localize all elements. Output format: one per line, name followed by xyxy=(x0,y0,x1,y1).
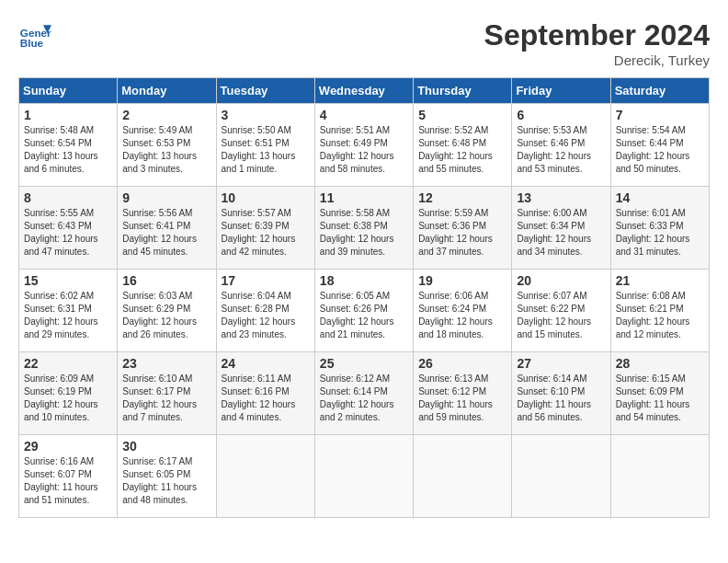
calendar-day-30: 30 Sunrise: 6:17 AMSunset: 6:05 PMDaylig… xyxy=(118,435,216,518)
day-info: Sunrise: 6:02 AMSunset: 6:31 PMDaylight:… xyxy=(24,291,98,339)
day-info: Sunrise: 6:03 AMSunset: 6:29 PMDaylight:… xyxy=(122,291,197,339)
logo: General Blue xyxy=(18,18,51,52)
day-info: Sunrise: 6:00 AMSunset: 6:34 PMDaylight:… xyxy=(517,208,591,257)
day-number: 8 xyxy=(24,190,112,205)
day-number: 21 xyxy=(616,273,704,288)
empty-cell xyxy=(610,435,709,518)
calendar-table: Sunday Monday Tuesday Wednesday Thursday… xyxy=(18,77,710,518)
calendar-day-28: 28 Sunrise: 6:15 AMSunset: 6:09 PMDaylig… xyxy=(610,352,709,435)
header-tuesday: Tuesday xyxy=(216,78,314,104)
day-info: Sunrise: 6:16 AMSunset: 6:07 PMDaylight:… xyxy=(24,456,98,505)
calendar-day-1: 1 Sunrise: 5:48 AMSunset: 6:54 PMDayligh… xyxy=(19,104,118,187)
page-header: General Blue September 2024 Derecik, Tur… xyxy=(18,18,710,68)
header-friday: Friday xyxy=(512,78,610,104)
day-number: 23 xyxy=(122,356,210,371)
day-info: Sunrise: 6:10 AMSunset: 6:17 PMDaylight:… xyxy=(122,373,197,422)
day-info: Sunrise: 5:50 AMSunset: 6:51 PMDaylight:… xyxy=(222,125,296,174)
day-info: Sunrise: 5:58 AMSunset: 6:38 PMDaylight:… xyxy=(320,208,394,257)
day-info: Sunrise: 6:12 AMSunset: 6:14 PMDaylight:… xyxy=(320,373,394,422)
day-info: Sunrise: 6:09 AMSunset: 6:19 PMDaylight:… xyxy=(24,373,98,422)
calendar-day-21: 21 Sunrise: 6:08 AMSunset: 6:21 PMDaylig… xyxy=(610,270,709,352)
calendar-day-23: 23 Sunrise: 6:10 AMSunset: 6:17 PMDaylig… xyxy=(118,352,216,435)
day-number: 28 xyxy=(616,356,704,371)
calendar-day-19: 19 Sunrise: 6:06 AMSunset: 6:24 PMDaylig… xyxy=(414,270,512,352)
calendar-day-6: 6 Sunrise: 5:53 AMSunset: 6:46 PMDayligh… xyxy=(512,104,610,187)
calendar-day-7: 7 Sunrise: 5:54 AMSunset: 6:44 PMDayligh… xyxy=(610,104,709,187)
day-info: Sunrise: 6:07 AMSunset: 6:22 PMDaylight:… xyxy=(517,291,591,339)
calendar-day-25: 25 Sunrise: 6:12 AMSunset: 6:14 PMDaylig… xyxy=(314,352,413,435)
day-info: Sunrise: 6:11 AMSunset: 6:16 PMDaylight:… xyxy=(222,373,296,422)
calendar-day-24: 24 Sunrise: 6:11 AMSunset: 6:16 PMDaylig… xyxy=(216,352,314,435)
calendar-week-0: 1 Sunrise: 5:48 AMSunset: 6:54 PMDayligh… xyxy=(19,104,710,187)
day-number: 3 xyxy=(222,108,310,122)
day-info: Sunrise: 6:13 AMSunset: 6:12 PMDaylight:… xyxy=(418,373,493,422)
day-info: Sunrise: 6:04 AMSunset: 6:28 PMDaylight:… xyxy=(222,291,296,339)
calendar-day-27: 27 Sunrise: 6:14 AMSunset: 6:10 PMDaylig… xyxy=(512,352,610,435)
calendar-day-4: 4 Sunrise: 5:51 AMSunset: 6:49 PMDayligh… xyxy=(314,104,413,187)
day-number: 22 xyxy=(24,356,112,371)
day-number: 14 xyxy=(616,190,704,205)
calendar-week-1: 8 Sunrise: 5:55 AMSunset: 6:43 PMDayligh… xyxy=(19,187,710,270)
calendar-day-17: 17 Sunrise: 6:04 AMSunset: 6:28 PMDaylig… xyxy=(216,270,314,352)
day-number: 17 xyxy=(222,273,310,288)
day-number: 13 xyxy=(517,190,605,205)
calendar-week-3: 22 Sunrise: 6:09 AMSunset: 6:19 PMDaylig… xyxy=(19,352,710,435)
day-number: 12 xyxy=(418,190,506,205)
day-number: 18 xyxy=(320,273,408,288)
day-info: Sunrise: 5:51 AMSunset: 6:49 PMDaylight:… xyxy=(320,125,394,174)
location: Derecik, Turkey xyxy=(484,52,710,68)
day-number: 1 xyxy=(24,108,112,122)
day-info: Sunrise: 6:01 AMSunset: 6:33 PMDaylight:… xyxy=(616,208,690,257)
empty-cell xyxy=(314,435,413,518)
empty-cell xyxy=(414,435,512,518)
day-info: Sunrise: 5:56 AMSunset: 6:41 PMDaylight:… xyxy=(122,208,197,257)
calendar-day-26: 26 Sunrise: 6:13 AMSunset: 6:12 PMDaylig… xyxy=(414,352,512,435)
calendar-day-5: 5 Sunrise: 5:52 AMSunset: 6:48 PMDayligh… xyxy=(414,104,512,187)
header-wednesday: Wednesday xyxy=(314,78,413,104)
day-number: 7 xyxy=(616,108,704,122)
weekday-header-row: Sunday Monday Tuesday Wednesday Thursday… xyxy=(19,78,710,104)
day-number: 11 xyxy=(320,190,408,205)
logo-icon: General Blue xyxy=(18,18,51,52)
day-info: Sunrise: 5:54 AMSunset: 6:44 PMDaylight:… xyxy=(616,125,690,174)
header-saturday: Saturday xyxy=(610,78,709,104)
day-info: Sunrise: 5:59 AMSunset: 6:36 PMDaylight:… xyxy=(418,208,493,257)
day-info: Sunrise: 5:49 AMSunset: 6:53 PMDaylight:… xyxy=(122,125,197,174)
day-number: 19 xyxy=(418,273,506,288)
day-info: Sunrise: 5:57 AMSunset: 6:39 PMDaylight:… xyxy=(222,208,296,257)
svg-text:Blue: Blue xyxy=(20,37,44,49)
title-block: September 2024 Derecik, Turkey xyxy=(484,18,710,68)
calendar-day-2: 2 Sunrise: 5:49 AMSunset: 6:53 PMDayligh… xyxy=(118,104,216,187)
day-info: Sunrise: 6:14 AMSunset: 6:10 PMDaylight:… xyxy=(517,373,591,422)
calendar-day-10: 10 Sunrise: 5:57 AMSunset: 6:39 PMDaylig… xyxy=(216,187,314,270)
calendar-day-18: 18 Sunrise: 6:05 AMSunset: 6:26 PMDaylig… xyxy=(314,270,413,352)
header-sunday: Sunday xyxy=(19,78,118,104)
empty-cell xyxy=(512,435,610,518)
day-number: 10 xyxy=(222,190,310,205)
calendar-day-22: 22 Sunrise: 6:09 AMSunset: 6:19 PMDaylig… xyxy=(19,352,118,435)
calendar-day-3: 3 Sunrise: 5:50 AMSunset: 6:51 PMDayligh… xyxy=(216,104,314,187)
calendar-day-12: 12 Sunrise: 5:59 AMSunset: 6:36 PMDaylig… xyxy=(414,187,512,270)
day-number: 26 xyxy=(418,356,506,371)
day-info: Sunrise: 5:53 AMSunset: 6:46 PMDaylight:… xyxy=(517,125,591,174)
day-info: Sunrise: 6:15 AMSunset: 6:09 PMDaylight:… xyxy=(616,373,690,422)
calendar-day-14: 14 Sunrise: 6:01 AMSunset: 6:33 PMDaylig… xyxy=(610,187,709,270)
day-info: Sunrise: 6:06 AMSunset: 6:24 PMDaylight:… xyxy=(418,291,493,339)
day-number: 6 xyxy=(517,108,605,122)
day-number: 24 xyxy=(222,356,310,371)
calendar-day-11: 11 Sunrise: 5:58 AMSunset: 6:38 PMDaylig… xyxy=(314,187,413,270)
day-number: 2 xyxy=(122,108,210,122)
day-number: 4 xyxy=(320,108,408,122)
empty-cell xyxy=(216,435,314,518)
day-number: 9 xyxy=(122,190,210,205)
calendar-week-4: 29 Sunrise: 6:16 AMSunset: 6:07 PMDaylig… xyxy=(19,435,710,518)
day-info: Sunrise: 6:17 AMSunset: 6:05 PMDaylight:… xyxy=(122,456,197,505)
header-thursday: Thursday xyxy=(414,78,512,104)
calendar-day-9: 9 Sunrise: 5:56 AMSunset: 6:41 PMDayligh… xyxy=(118,187,216,270)
calendar-day-8: 8 Sunrise: 5:55 AMSunset: 6:43 PMDayligh… xyxy=(19,187,118,270)
day-number: 30 xyxy=(122,439,210,454)
day-number: 5 xyxy=(418,108,506,122)
day-number: 20 xyxy=(517,273,605,288)
day-number: 15 xyxy=(24,273,112,288)
calendar-day-15: 15 Sunrise: 6:02 AMSunset: 6:31 PMDaylig… xyxy=(19,270,118,352)
